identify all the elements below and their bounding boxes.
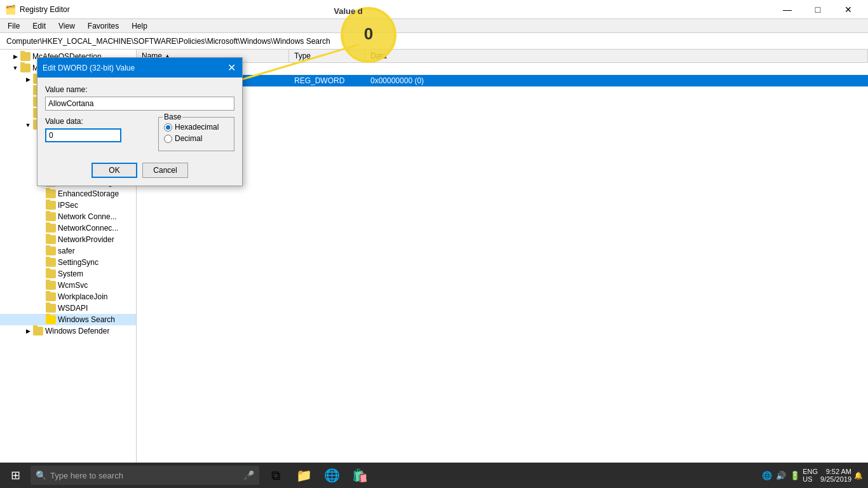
mic-icon[interactable]: 🎤	[243, 470, 254, 480]
search-icon: 🔍	[36, 470, 46, 480]
tree-item-windowsdefender[interactable]: ▶ Windows Defender	[0, 325, 136, 337]
folder-icon	[20, 64, 31, 72]
tree-label: WorkplaceJoin	[58, 292, 107, 301]
menu-help[interactable]: Help	[126, 20, 153, 32]
base-options-group: Hexadecimal Decimal	[158, 117, 234, 151]
folder-icon	[46, 269, 56, 278]
tree-label: WcmSvc	[58, 281, 88, 290]
value-name-input[interactable]	[45, 97, 234, 111]
col-type-label: Type	[294, 51, 311, 60]
tree-item-system[interactable]: ▶ System	[0, 268, 136, 280]
menu-favorites[interactable]: Favorites	[83, 20, 124, 32]
right-panel: Name ▲ Type Data ab (value not set) ab A…	[137, 50, 868, 463]
expand-icon[interactable]: ▼	[10, 63, 20, 73]
tree-label: safer	[58, 247, 75, 255]
dialog-buttons: OK Cancel	[45, 163, 234, 178]
radio-hexadecimal[interactable]: Hexadecimal	[164, 123, 229, 132]
minimize-button[interactable]: —	[773, 0, 802, 19]
taskbar-app-taskview[interactable]: ⧉	[262, 463, 290, 488]
cancel-button[interactable]: Cancel	[142, 163, 188, 178]
folder-icon	[33, 327, 43, 336]
menu-view[interactable]: View	[53, 20, 80, 32]
edit-dword-dialog[interactable]: Edit DWORD (32-bit) Value ✕ Value name: …	[37, 57, 243, 186]
tree-label: NetworkConnec...	[58, 224, 118, 233]
explorer-icon: 📁	[296, 468, 312, 483]
notification-icon[interactable]: 🔔	[854, 471, 863, 480]
value-data-label: Value data:	[45, 117, 152, 126]
taskbar: ⊞ 🔍 Type here to search 🎤 ⧉ 📁 🌐 🛍️ 🌐 🔊 🔋…	[0, 463, 868, 488]
maximize-button[interactable]: □	[803, 0, 832, 19]
table-row-default[interactable]: ab (value not set)	[137, 63, 868, 75]
windows-icon: ⊞	[11, 468, 20, 482]
tree-label: NetworkProvider	[58, 235, 114, 244]
tree-item-networkconne[interactable]: ▶ Network Conne...	[0, 211, 136, 222]
folder-icon	[46, 224, 56, 233]
tree-item-networkprovider[interactable]: ▶ NetworkProvider	[0, 234, 136, 245]
value-name-label: Value name:	[45, 85, 234, 94]
dialog-body: Value name: Value data: Hexadecimal	[37, 78, 242, 186]
tree-label: Windows Defender	[45, 327, 109, 336]
browser-icon: 🌐	[324, 468, 340, 483]
taskbar-search-bar[interactable]: 🔍 Type here to search 🎤	[31, 466, 259, 485]
tree-label: SettingSync	[58, 258, 98, 267]
expand-icon[interactable]: ▶	[10, 51, 20, 62]
dialog-close-button[interactable]: ✕	[226, 62, 237, 74]
radio-hex-label: Hexadecimal	[175, 123, 219, 132]
menu-file[interactable]: File	[3, 20, 25, 32]
tree-label: EnhancedStorage	[58, 189, 119, 198]
tree-item-settingsync[interactable]: ▶ SettingSync	[0, 257, 136, 268]
search-placeholder: Type here to search	[50, 471, 123, 480]
tree-label: WSDAPI	[58, 304, 88, 313]
tree-item-ipsec[interactable]: ▶ IPSec	[0, 200, 136, 211]
taskbar-system-icons: 🌐 🔊 🔋	[762, 471, 800, 480]
start-button[interactable]: ⊞	[0, 463, 31, 488]
radio-hex-button[interactable]	[164, 123, 172, 132]
ok-button[interactable]: OK	[92, 163, 137, 178]
folder-icon	[46, 201, 56, 210]
network-icon: 🌐	[762, 471, 772, 480]
tree-item-networkconnec[interactable]: ▶ NetworkConnec...	[0, 222, 136, 234]
address-path[interactable]: Computer\HKEY_LOCAL_MACHINE\SOFTWARE\Pol…	[4, 36, 864, 47]
taskbar-app-store[interactable]: 🛍️	[346, 463, 374, 488]
close-button[interactable]: ✕	[834, 0, 863, 19]
taskbar-clock[interactable]: 9:52 AM 9/25/2019	[820, 468, 851, 483]
language-indicator: ENG	[803, 468, 818, 475]
taskbar-app-browser[interactable]: 🌐	[318, 463, 346, 488]
table-row-allowcortana[interactable]: ab AllowCortana REG_DWORD 0x00000000 (0)	[137, 75, 868, 87]
col-type-header[interactable]: Type	[289, 50, 365, 62]
expand-icon[interactable]: ▼	[23, 120, 33, 130]
tree-item-enhancedstorage[interactable]: ▶ EnhancedStorage	[0, 188, 136, 200]
cell-data-default	[365, 63, 868, 74]
radio-dec-label: Decimal	[175, 134, 202, 143]
folder-icon	[46, 315, 56, 324]
region-indicator: US	[803, 475, 818, 483]
tree-item-wsdapi[interactable]: ▶ WSDAPI	[0, 302, 136, 314]
address-bar: Computer\HKEY_LOCAL_MACHINE\SOFTWARE\Pol…	[0, 33, 868, 50]
base-section: Hexadecimal Decimal	[158, 117, 234, 155]
dialog-title: Edit DWORD (32-bit) Value	[43, 64, 135, 72]
radio-decimal[interactable]: Decimal	[164, 134, 229, 143]
tree-item-safer[interactable]: ▶ safer	[0, 245, 136, 257]
value-data-input[interactable]	[45, 128, 121, 142]
tree-item-workplacejoin[interactable]: ▶ WorkplaceJoin	[0, 291, 136, 302]
taskbar-app-explorer[interactable]: 📁	[290, 463, 318, 488]
radio-dec-button[interactable]	[164, 135, 172, 143]
cell-type-default	[289, 63, 365, 74]
tree-label: Windows Search	[58, 315, 115, 324]
expand-icon[interactable]: ▶	[23, 326, 33, 336]
taskbar-right: 🌐 🔊 🔋 ENG US 9:52 AM 9/25/2019 🔔	[762, 468, 868, 483]
folder-icon	[46, 258, 56, 267]
tree-item-windowssearch[interactable]: ▶ Windows Search	[0, 314, 136, 325]
col-data-header[interactable]: Data	[365, 50, 868, 62]
menu-edit[interactable]: Edit	[27, 20, 51, 32]
window-title: Registry Editor	[20, 5, 70, 14]
title-bar-left: 🗂️ Registry Editor	[5, 4, 70, 15]
app-icon: 🗂️	[5, 4, 16, 15]
tree-item-wcmsvc[interactable]: ▶ WcmSvc	[0, 280, 136, 291]
title-bar: 🗂️ Registry Editor — □ ✕	[0, 0, 868, 19]
cell-type-allowcortana: REG_DWORD	[289, 75, 365, 86]
folder-icon	[46, 304, 56, 313]
folder-icon	[46, 212, 56, 221]
expand-icon[interactable]: ▶	[23, 74, 33, 85]
value-section: Value data:	[45, 117, 152, 155]
